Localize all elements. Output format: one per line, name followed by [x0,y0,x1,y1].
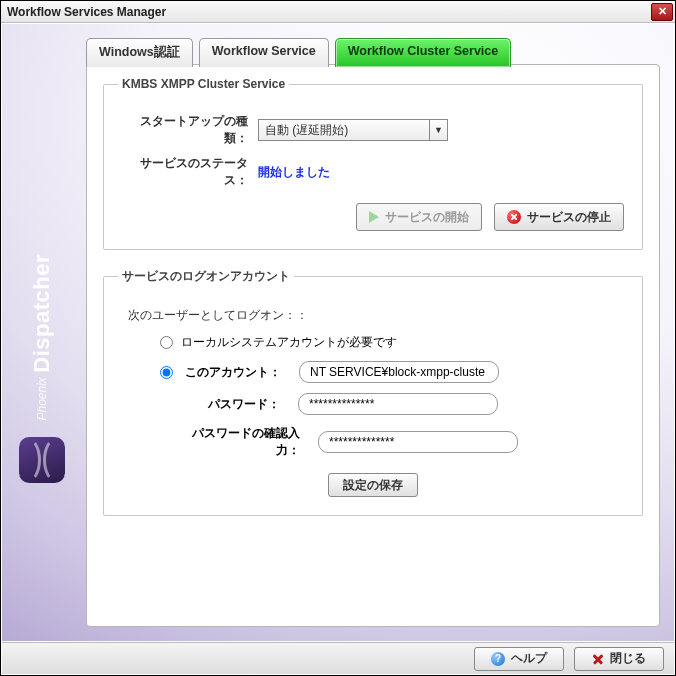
tab-strip: Windows認証 Workflow Service Workflow Clus… [86,38,511,67]
close-icon: ✕ [658,5,667,18]
startup-type-row: スタートアップの種類： 自動 (遅延開始) ▼ [118,113,628,147]
local-system-radio[interactable] [160,336,173,349]
account-name-input[interactable] [299,361,499,383]
chevron-down-icon: ▼ [429,120,447,140]
tab-windows-auth[interactable]: Windows認証 [86,38,193,67]
confirm-password-input[interactable] [318,431,518,453]
stop-icon [507,210,521,224]
tab-workflow-service[interactable]: Workflow Service [199,38,329,67]
stop-service-label: サービスの停止 [527,209,611,226]
brand-sidebar: Phoenix Dispatcher [12,183,72,483]
service-buttons: サービスの開始 サービスの停止 [118,197,628,231]
client-area: Phoenix Dispatcher Windows認証 Workflow Se… [2,24,674,641]
brand-logo-icon [19,437,65,483]
help-icon: ? [491,652,505,666]
this-account-radio[interactable] [160,366,173,379]
save-settings-label: 設定の保存 [343,477,403,494]
local-system-option[interactable]: ローカルシステムアカウントが必要です [160,334,628,351]
startup-type-label: スタートアップの種類： [118,113,258,147]
footer-bar: ? ヘルプ 閉じる [2,642,674,674]
service-status-row: サービスのステータス： 開始しました [118,155,628,189]
tab-panel: KMBS XMPP Cluster Service スタートアップの種類： 自動… [86,64,660,627]
save-row: 設定の保存 [118,473,628,497]
brand-title: Dispatcher [29,254,54,373]
local-system-label: ローカルシステムアカウントが必要です [181,334,397,351]
cluster-service-group: KMBS XMPP Cluster Service スタートアップの種類： 自動… [103,77,643,250]
start-service-label: サービスの開始 [385,209,469,226]
window-title: Workflow Services Manager [7,5,166,19]
brand-text: Phoenix Dispatcher [29,254,55,421]
password-label: パスワード： [180,396,290,413]
password-row: パスワード： [180,393,628,415]
help-button[interactable]: ? ヘルプ [474,647,564,671]
startup-type-value: 自動 (遅延開始) [265,122,348,139]
window-close-button[interactable]: ✕ [651,3,673,21]
logon-as-row: 次のユーザーとしてログオン：： [128,307,628,324]
this-account-option[interactable]: このアカウント： [160,361,628,383]
logon-as-label: 次のユーザーとしてログオン：： [128,307,308,324]
startup-type-select[interactable]: 自動 (遅延開始) ▼ [258,119,448,141]
this-account-label: このアカウント： [181,364,291,381]
titlebar: Workflow Services Manager ✕ [1,1,675,23]
cluster-service-legend: KMBS XMPP Cluster Service [118,77,289,91]
service-status-value: 開始しました [258,164,628,181]
confirm-password-row: パスワードの確認入力： [180,425,628,459]
play-icon [369,211,379,223]
close-label: 閉じる [610,650,646,667]
save-settings-button[interactable]: 設定の保存 [328,473,418,497]
password-input[interactable] [298,393,498,415]
x-icon [592,653,604,665]
logon-account-legend: サービスのログオンアカウント [118,268,294,285]
close-button[interactable]: 閉じる [574,647,664,671]
tab-workflow-cluster-service[interactable]: Workflow Cluster Service [335,38,512,67]
window-frame: Workflow Services Manager ✕ Phoenix Disp… [0,0,676,676]
brand-subtitle: Phoenix [33,377,49,420]
service-status-label: サービスのステータス： [118,155,258,189]
stop-service-button[interactable]: サービスの停止 [494,203,624,231]
help-label: ヘルプ [511,650,547,667]
start-service-button: サービスの開始 [356,203,482,231]
confirm-password-label: パスワードの確認入力： [180,425,310,459]
logon-account-group: サービスのログオンアカウント 次のユーザーとしてログオン：： ローカルシステムア… [103,268,643,516]
